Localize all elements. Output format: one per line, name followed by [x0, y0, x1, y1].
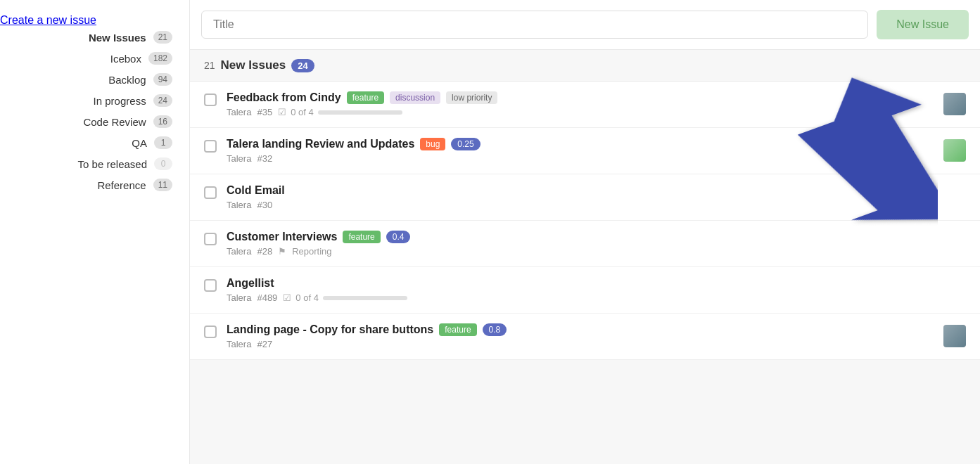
issue-checkbox[interactable]	[204, 186, 217, 199]
sidebar-item-reference[interactable]: Reference11	[0, 174, 189, 195]
tag-discussion: discussion	[390, 91, 440, 104]
issue-title[interactable]: Cold Email	[227, 184, 285, 197]
issue-number: #30	[257, 200, 272, 210]
sidebar-item-badge: 0	[154, 157, 172, 170]
issue-number: #32	[257, 153, 272, 164]
sidebar-item-badge: 1	[154, 136, 172, 149]
issue-title[interactable]: Landing page - Copy for share buttons	[227, 323, 433, 336]
progress-text: 0 of 4	[295, 292, 319, 303]
tag-bug: bug	[420, 138, 445, 150]
issue-number: #28	[257, 246, 272, 257]
issue-title[interactable]: Angellist	[227, 277, 274, 290]
sidebar-nav: New Issues21Icebox182Backlog94In progres…	[0, 27, 189, 195]
issue-content: Talera landing Review and Updatesbug0.25…	[227, 138, 934, 164]
issue-row: Talera landing Review and Updatesbug0.25…	[190, 128, 980, 174]
issue-number: #489	[257, 292, 277, 303]
tag-low-priority: low priority	[446, 91, 497, 104]
milestone-label: Reporting	[292, 246, 331, 257]
issue-content: AngellistTalera#489☑0 of 4	[227, 277, 966, 303]
sidebar-item-badge: 11	[153, 179, 172, 191]
section-title: New Issues	[221, 58, 286, 72]
issues-area: 21 New Issues 24 Feedback from Cindyfeat…	[190, 50, 980, 464]
title-input[interactable]	[201, 11, 868, 39]
issue-content: Landing page - Copy for share buttonsfea…	[227, 323, 934, 349]
issue-project: Talera	[227, 246, 251, 257]
sidebar-item-to-be-released[interactable]: To be released0	[0, 153, 189, 174]
section-badge: 24	[291, 59, 314, 72]
sidebar-item-label: QA	[17, 137, 147, 149]
issue-project: Talera	[227, 292, 251, 303]
sidebar-item-badge: 24	[153, 94, 172, 107]
sidebar-item-qa[interactable]: QA1	[0, 132, 189, 153]
sidebar-item-label: In progress	[17, 95, 146, 107]
tag-feature: feature	[343, 231, 380, 243]
tag-feature: feature	[439, 323, 476, 336]
issue-project: Talera	[227, 200, 251, 210]
issue-content: Customer Interviewsfeature0.4Talera#28⚑R…	[227, 231, 966, 257]
issue-number: #35	[257, 107, 272, 117]
progress-bar-bg	[318, 110, 402, 115]
sidebar-item-in-progress[interactable]: In progress24	[0, 90, 189, 111]
sidebar-item-new-issues[interactable]: New Issues21	[0, 27, 189, 48]
tag-score: 0.4	[386, 231, 411, 243]
issue-progress: ☑0 of 4	[283, 292, 407, 303]
section-count: 21	[204, 60, 215, 71]
issue-row: AngellistTalera#489☑0 of 4	[190, 267, 980, 314]
issue-checkbox[interactable]	[204, 94, 217, 106]
issue-content: Cold EmailTalera#30	[227, 184, 966, 210]
issue-row: Landing page - Copy for share buttonsfea…	[190, 314, 980, 360]
issue-checkbox[interactable]	[204, 140, 217, 153]
issue-avatar	[943, 325, 966, 347]
issue-row: Customer Interviewsfeature0.4Talera#28⚑R…	[190, 221, 980, 267]
issue-checkbox[interactable]	[204, 233, 217, 245]
sidebar-item-code-review[interactable]: Code Review16	[0, 111, 189, 132]
tag-score: 0.8	[483, 323, 507, 336]
issue-checkbox[interactable]	[204, 326, 217, 338]
sidebar-item-label: To be released	[17, 158, 147, 170]
issue-title[interactable]: Talera landing Review and Updates	[227, 138, 414, 150]
issue-project: Talera	[227, 107, 251, 117]
sidebar-item-badge: 94	[153, 73, 172, 86]
progress-text: 0 of 4	[291, 107, 314, 117]
issue-row: Feedback from Cindyfeaturediscussionlow …	[190, 82, 980, 128]
issue-avatar	[943, 93, 966, 115]
issue-project: Talera	[227, 339, 251, 349]
issue-checkbox[interactable]	[204, 279, 217, 292]
sidebar-item-label: New Issues	[17, 32, 146, 44]
sidebar-item-backlog[interactable]: Backlog94	[0, 69, 189, 90]
section-header: 21 New Issues 24	[190, 50, 980, 82]
sidebar-item-badge: 16	[153, 115, 172, 128]
tag-feature: feature	[347, 91, 384, 104]
sidebar-item-label: Code Review	[17, 116, 146, 128]
issue-title[interactable]: Customer Interviews	[227, 231, 337, 243]
sidebar-item-badge: 182	[148, 52, 172, 65]
main-panel: New Issue 21 New Issues 24 Feedback from…	[190, 0, 980, 464]
issue-number: #27	[257, 339, 272, 349]
sidebar-item-label: Icebox	[17, 53, 141, 65]
create-new-issue-link[interactable]: Create a new issue	[0, 14, 96, 26]
sidebar-item-label: Reference	[17, 179, 146, 191]
tag-score: 0.25	[451, 138, 480, 150]
new-issue-button[interactable]: New Issue	[877, 10, 969, 39]
issue-content: Feedback from Cindyfeaturediscussionlow …	[227, 91, 934, 117]
topbar: New Issue	[190, 0, 980, 50]
sidebar: Create a new issue New Issues21Icebox182…	[0, 0, 190, 464]
sidebar-item-label: Backlog	[17, 74, 146, 86]
issue-title[interactable]: Feedback from Cindy	[227, 91, 341, 104]
sidebar-item-icebox[interactable]: Icebox182	[0, 48, 189, 69]
progress-bar-bg	[323, 296, 407, 300]
issue-row: Cold EmailTalera#30	[190, 174, 980, 221]
milestone-icon: ⚑	[278, 246, 286, 257]
issue-project: Talera	[227, 153, 251, 164]
issue-avatar	[943, 139, 966, 162]
checklist-icon: ☑	[278, 107, 286, 117]
sidebar-item-badge: 21	[153, 31, 172, 44]
issue-list: Feedback from Cindyfeaturediscussionlow …	[190, 82, 980, 360]
issue-progress: ☑0 of 4	[278, 107, 402, 117]
checklist-icon: ☑	[283, 292, 291, 303]
